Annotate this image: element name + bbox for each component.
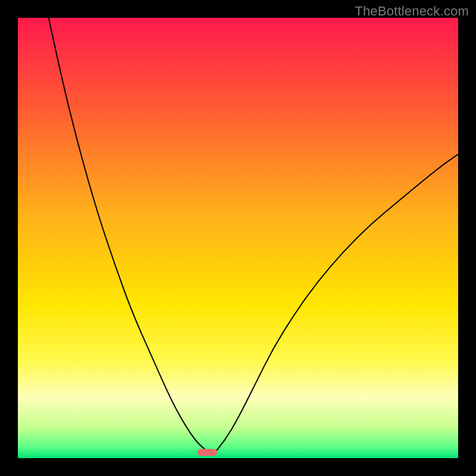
optimum-marker	[198, 449, 217, 456]
chart-frame: TheBottleneck.com	[0, 0, 476, 476]
gradient-background	[18, 18, 458, 458]
plot-area	[18, 18, 458, 458]
chart-svg	[18, 18, 458, 458]
watermark-text: TheBottleneck.com	[355, 4, 469, 19]
